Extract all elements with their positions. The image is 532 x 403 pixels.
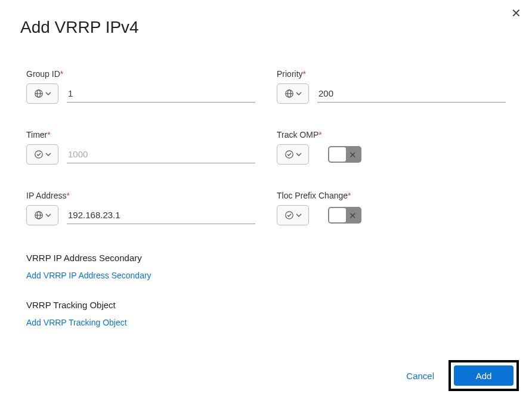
check-circle-icon — [284, 210, 294, 220]
add-tracking-link[interactable]: Add VRRP Tracking Object — [26, 318, 127, 327]
tloc-prefix-scope-button[interactable] — [277, 205, 309, 225]
add-secondary-link[interactable]: Add VRRP IP Address Secondary — [26, 271, 151, 280]
section-tracking: VRRP Tracking Object Add VRRP Tracking O… — [26, 300, 506, 328]
add-button-highlight: Add — [449, 360, 519, 391]
field-tloc-prefix: Tloc Prefix Change* ✕ — [277, 191, 506, 225]
field-priority: Priority* — [277, 69, 506, 104]
close-icon[interactable]: ✕ — [511, 7, 521, 19]
dialog-title: Add VRRP IPv4 — [0, 0, 532, 37]
field-ip-address: IP Address* — [26, 191, 255, 225]
globe-icon — [34, 210, 44, 220]
svg-point-11 — [285, 212, 292, 219]
chevron-down-icon — [296, 213, 302, 218]
add-button[interactable]: Add — [454, 365, 514, 386]
priority-label: Priority* — [277, 69, 506, 79]
toggle-knob — [329, 208, 346, 222]
track-omp-toggle[interactable]: ✕ — [328, 146, 361, 163]
ip-address-scope-button[interactable] — [26, 205, 58, 225]
field-track-omp: Track OMP* ✕ — [277, 130, 506, 165]
required-mark: * — [60, 69, 63, 79]
priority-input[interactable] — [317, 85, 506, 103]
required-mark: * — [47, 130, 50, 140]
sections: VRRP IP Address Secondary Add VRRP IP Ad… — [0, 225, 532, 328]
required-mark: * — [318, 130, 321, 140]
tloc-prefix-toggle[interactable]: ✕ — [328, 207, 361, 224]
field-group-id: Group ID* — [26, 69, 255, 104]
x-icon: ✕ — [349, 211, 357, 220]
ip-address-input[interactable] — [67, 206, 255, 224]
timer-scope-button[interactable] — [26, 144, 58, 165]
group-id-label: Group ID* — [26, 69, 255, 79]
check-circle-icon — [284, 150, 294, 159]
section-secondary: VRRP IP Address Secondary Add VRRP IP Ad… — [26, 253, 506, 281]
tracking-title: VRRP Tracking Object — [26, 300, 506, 310]
timer-input[interactable] — [67, 145, 255, 163]
priority-scope-button[interactable] — [277, 83, 309, 104]
chevron-down-icon — [45, 152, 51, 157]
svg-point-7 — [285, 151, 292, 158]
tloc-prefix-label: Tloc Prefix Change* — [277, 191, 506, 200]
toggle-knob — [329, 147, 346, 162]
track-omp-label: Track OMP* — [277, 130, 506, 140]
track-omp-scope-button[interactable] — [277, 144, 309, 165]
globe-icon — [284, 89, 294, 98]
required-mark: * — [66, 191, 69, 200]
svg-point-6 — [35, 151, 42, 158]
group-id-scope-button[interactable] — [26, 83, 58, 104]
required-mark: * — [348, 191, 351, 200]
group-id-input[interactable] — [67, 85, 255, 103]
x-icon: ✕ — [349, 150, 357, 159]
dialog-footer: Cancel Add — [403, 360, 519, 391]
field-timer: Timer* — [26, 130, 255, 165]
timer-label: Timer* — [26, 130, 255, 140]
ip-address-label: IP Address* — [26, 191, 255, 200]
cancel-button[interactable]: Cancel — [403, 366, 438, 386]
required-mark: * — [303, 69, 306, 79]
chevron-down-icon — [296, 91, 302, 96]
chevron-down-icon — [296, 152, 302, 157]
chevron-down-icon — [45, 213, 51, 218]
form-grid: Group ID* Priority* — [0, 37, 532, 225]
secondary-title: VRRP IP Address Secondary — [26, 253, 506, 263]
globe-icon — [34, 89, 44, 98]
chevron-down-icon — [45, 91, 51, 96]
check-circle-icon — [34, 150, 44, 159]
